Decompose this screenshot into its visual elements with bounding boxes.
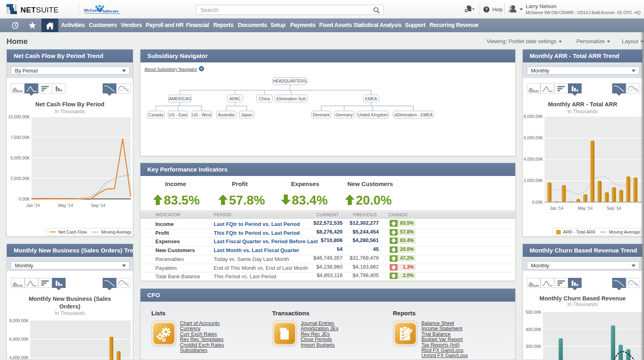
- svg-text:500.00K: 500.00K: [526, 310, 541, 314]
- svg-text:McGeever: McGeever: [84, 8, 103, 12]
- svg-text:6,000.00K: 6,000.00K: [9, 337, 29, 341]
- svg-text:May '14: May '14: [578, 206, 593, 211]
- svg-text:10,000.00K: 10,000.00K: [8, 114, 30, 119]
- svg-text:6,000.00K: 6,000.00K: [524, 135, 543, 140]
- svg-text:May '14: May '14: [58, 203, 73, 208]
- svg-text:4,000.00K: 4,000.00K: [524, 157, 543, 161]
- svg-text:2,500.00K: 2,500.00K: [10, 176, 30, 181]
- svg-text:?: ?: [485, 7, 487, 12]
- svg-text:2,000.00K: 2,000.00K: [524, 178, 543, 183]
- svg-text:7,500.00K: 7,500.00K: [10, 135, 30, 140]
- svg-text:Jan '14: Jan '14: [26, 203, 40, 208]
- svg-text:5,000.00K: 5,000.00K: [10, 155, 30, 160]
- svg-text:Software: Software: [102, 9, 118, 13]
- svg-text:8,000.00K: 8,000.00K: [524, 114, 543, 119]
- svg-text:Sep '14: Sep '14: [607, 206, 621, 211]
- svg-text:0.00K: 0.00K: [532, 200, 543, 205]
- svg-text:4,000.00K: 4,000.00K: [9, 355, 29, 360]
- svg-text:Sep '14: Sep '14: [91, 203, 105, 208]
- svg-text:400.00K: 400.00K: [526, 327, 541, 332]
- svg-text:Jan '14: Jan '14: [550, 206, 564, 211]
- svg-text:0.00K: 0.00K: [19, 197, 30, 201]
- svg-text:300.00K: 300.00K: [526, 344, 541, 349]
- svg-text:8,000.00K: 8,000.00K: [9, 318, 29, 323]
